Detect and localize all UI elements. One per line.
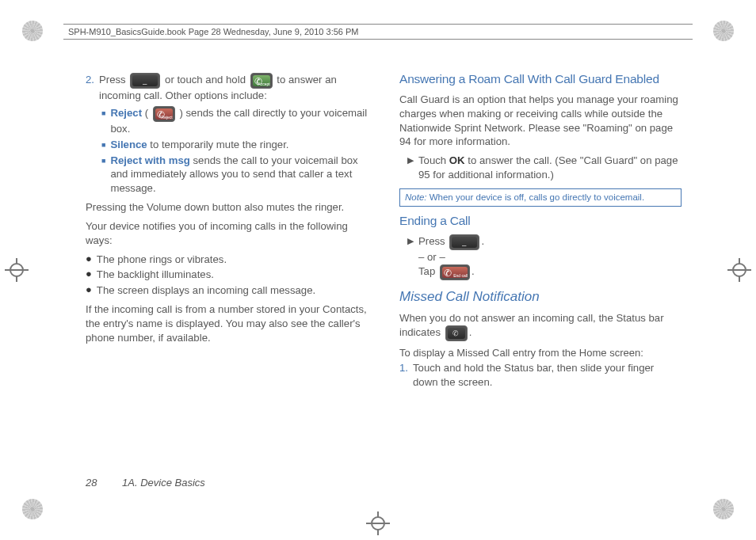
txt: Press bbox=[99, 74, 128, 86]
bullet-screen: ●The screen displays an incoming call me… bbox=[86, 283, 368, 298]
txt: Press ⎯. – or – Tap ✆End call. bbox=[418, 234, 484, 280]
volume-note: Pressing the Volume down button also mut… bbox=[86, 200, 368, 215]
bullet-square-icon: ■ bbox=[101, 106, 105, 136]
registration-cross-left bbox=[5, 258, 29, 282]
step-2-text: Press ⎯ or touch and hold ✆Accept to ans… bbox=[99, 73, 368, 103]
step-2: 2. Press ⎯ or touch and hold ✆Accept to … bbox=[86, 73, 368, 103]
txt: Reject ( ✆Reject ) sends the call direct… bbox=[110, 106, 368, 136]
notify-intro: Your device notifies you of incoming cal… bbox=[86, 219, 368, 248]
registration-cross-right bbox=[727, 258, 751, 282]
bullet-dot-icon: ● bbox=[86, 253, 92, 267]
sub-silence: ■ Silence to temporarily mute the ringer… bbox=[101, 138, 368, 152]
txt: Reject with msg sends the call to your v… bbox=[110, 154, 368, 196]
registration-cross-bottom bbox=[366, 511, 390, 535]
txt: Touch OK to answer the call. (See "Call … bbox=[418, 154, 682, 182]
txt: . bbox=[469, 326, 472, 338]
txt: Touch and hold the Status bar, then slid… bbox=[413, 361, 682, 390]
right-column: Answering a Roam Call With Call Guard En… bbox=[399, 71, 682, 461]
txt: The screen displays an incoming call mes… bbox=[97, 283, 315, 298]
or-text: – or – bbox=[418, 251, 445, 263]
bullet-dot-icon: ● bbox=[86, 268, 92, 282]
talk-key-icon: ⎯ bbox=[130, 73, 160, 89]
step-number: 1. bbox=[399, 361, 408, 390]
sub-reject-msg: ■ Reject with msg sends the call to your… bbox=[101, 154, 368, 196]
silence-keyword: Silence bbox=[110, 139, 147, 150]
bullet-rings: ●The phone rings or vibrates. bbox=[86, 253, 368, 267]
reject-with-msg-keyword: Reject with msg bbox=[110, 154, 189, 166]
txt: Tap bbox=[418, 266, 438, 278]
missed-call-icon: ✆ bbox=[445, 325, 468, 341]
note-label: Note: bbox=[405, 192, 427, 202]
end-call-button-icon: ✆End call bbox=[440, 264, 470, 280]
triangle-bullet-icon: ▶ bbox=[407, 154, 414, 182]
crop-mark-bl bbox=[22, 499, 43, 519]
note-box: Note: When your device is off, calls go … bbox=[399, 188, 682, 207]
txt: The phone rings or vibrates. bbox=[97, 253, 227, 267]
crop-mark-tr bbox=[713, 21, 734, 41]
bullet-square-icon: ■ bbox=[101, 138, 105, 152]
txt: Touch bbox=[418, 154, 449, 166]
txt: to temporarily mute the ringer. bbox=[147, 139, 289, 150]
reject-button-icon: ✆Reject bbox=[153, 106, 175, 122]
txt: Press bbox=[418, 236, 448, 248]
crop-mark-tl bbox=[22, 21, 43, 41]
bullet-square-icon: ■ bbox=[101, 154, 105, 196]
page-body: 2. Press ⎯ or touch and hold ✆Accept to … bbox=[86, 71, 682, 461]
bullet-dot-icon: ● bbox=[86, 283, 92, 298]
txt: The backlight illuminates. bbox=[97, 268, 214, 282]
call-guard-desc: Call Guard is an option that helps you m… bbox=[399, 93, 682, 149]
heading-ending-call: Ending a Call bbox=[399, 213, 682, 230]
print-header: SPH-M910_BasicsGuide.book Page 28 Wednes… bbox=[63, 24, 693, 40]
contacts-note: If the incoming call is from a number st… bbox=[86, 302, 368, 344]
bullet-backlight: ●The backlight illuminates. bbox=[86, 268, 368, 282]
sub-reject: ■ Reject ( ✆Reject ) sends the call dire… bbox=[101, 106, 368, 136]
step-1-statusbar: 1. Touch and hold the Status bar, then s… bbox=[399, 361, 682, 390]
reject-keyword: Reject bbox=[110, 107, 142, 119]
txt: When you do not answer an incoming call,… bbox=[399, 312, 664, 338]
page-footer: 28 1A. Device Basics bbox=[86, 477, 205, 489]
subheading-display-missed: To display a Missed Call entry from the … bbox=[399, 346, 682, 360]
crop-mark-br bbox=[713, 499, 734, 519]
ok-label: OK bbox=[449, 154, 465, 166]
triangle-bullet-icon: ▶ bbox=[407, 234, 414, 280]
missed-call-desc: When you do not answer an incoming call,… bbox=[399, 311, 682, 341]
accept-button-icon: ✆Accept bbox=[250, 73, 273, 89]
txt: or touch and hold bbox=[165, 74, 249, 86]
section-title: 1A. Device Basics bbox=[122, 477, 205, 489]
press-end-step: ▶ Press ⎯. – or – Tap ✆End call. bbox=[407, 234, 682, 280]
txt: Silence to temporarily mute the ringer. bbox=[110, 138, 288, 152]
left-column: 2. Press ⎯ or touch and hold ✆Accept to … bbox=[86, 71, 368, 461]
note-text: When your device is off, calls go direct… bbox=[427, 192, 645, 202]
txt: ( bbox=[142, 107, 151, 119]
page-number: 28 bbox=[86, 477, 97, 489]
step-number: 2. bbox=[86, 73, 94, 103]
touch-ok-step: ▶ Touch OK to answer the call. (See "Cal… bbox=[407, 154, 682, 182]
heading-roam-call: Answering a Roam Call With Call Guard En… bbox=[399, 71, 682, 88]
heading-missed-call: Missed Call Notification bbox=[399, 288, 682, 306]
end-key-icon: ⎯ bbox=[449, 234, 479, 250]
